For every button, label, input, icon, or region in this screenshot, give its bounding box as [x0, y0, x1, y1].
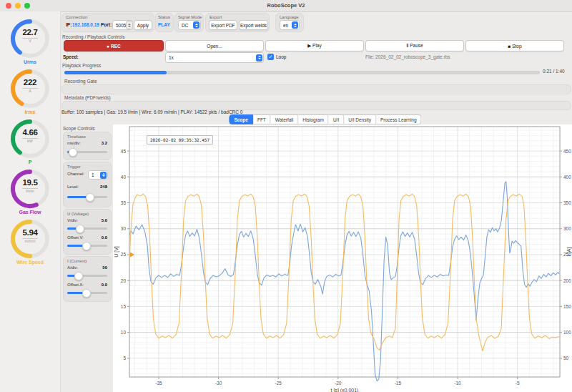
language-group: Language en [275, 13, 304, 32]
gauge-irms-value: 222 [10, 79, 50, 87]
svg-text:100: 100 [563, 330, 571, 335]
svg-text:-15: -15 [395, 381, 402, 386]
language-select[interactable]: en [280, 20, 300, 30]
timebase-slider-thumb[interactable] [69, 148, 77, 157]
speed-value: 1x [166, 55, 256, 60]
tab-histogram[interactable]: Histogram [298, 114, 329, 124]
playback-time: 0:21 / 1:40 [543, 69, 565, 74]
view-tabs: Scope FFT Waterfall Histogram U/I U/I De… [229, 114, 421, 124]
svg-text:-5: -5 [516, 381, 520, 386]
tab-ui[interactable]: U/I [329, 114, 344, 124]
offset-v-slider[interactable] [67, 242, 107, 249]
timestamp-annotation: 2026-02-02 09:35:32.457 [147, 135, 213, 144]
tab-waterfall[interactable]: Waterfall [271, 114, 298, 124]
gauge-wire-speed-value: 5.94 [10, 229, 50, 237]
current-label: I (Current) [67, 259, 87, 263]
metadata-label: Metadata (PDF/welds) [64, 95, 111, 100]
language-value: en [280, 23, 292, 28]
timebase-group: Timebase ms/div:3.2 [63, 132, 112, 160]
gauge-urms-unit: V [10, 39, 50, 44]
recording-section-label: Recording / Playback Controls [62, 34, 124, 39]
rec-button[interactable]: ● REC [64, 40, 164, 52]
svg-text:450: 450 [563, 149, 571, 154]
a-div-label: A/div: [67, 265, 78, 270]
tab-ui-density[interactable]: U/I Density [344, 114, 376, 124]
tab-fft[interactable]: FFT [253, 114, 271, 124]
signal-mode-select[interactable]: DC [178, 20, 201, 30]
gauge-gas-flow-unit: l/min [10, 190, 50, 194]
gauge-power-unit: kW [10, 139, 50, 144]
pause-button[interactable]: Ⅱ Pause [365, 40, 464, 52]
stop-button[interactable]: ■ Stop [465, 40, 564, 52]
tab-process-learning[interactable]: Process Learning [376, 114, 422, 124]
playback-progress-bar[interactable] [64, 71, 540, 74]
gauge-power: 4.66kW P [0, 119, 60, 166]
scope-chart-area: -35-30-25-20-15-10-551015202530354045501… [113, 124, 572, 392]
offset-v-slider-thumb[interactable] [82, 242, 91, 250]
title-bar: RoboScope V2 [0, 0, 572, 12]
file-label: File: 2026_02_02_roboscope_3_gate.rbs [365, 54, 450, 59]
svg-text:-30: -30 [215, 381, 222, 386]
signal-mode-group-label: Signal Mode [178, 15, 202, 19]
signal-mode-stepper-icon[interactable] [193, 21, 199, 29]
ms-div-value: 3.2 [102, 141, 107, 145]
channel-stepper-icon[interactable] [100, 172, 107, 179]
svg-text:200: 200 [563, 278, 571, 283]
connection-group-label: Connection [66, 15, 87, 19]
svg-text:400: 400 [563, 175, 571, 180]
gauge-irms-label: Irms [0, 109, 60, 114]
speed-stepper-icon[interactable] [256, 54, 262, 62]
timebase-slider[interactable] [67, 149, 107, 155]
export-welds-button[interactable]: Export welds [239, 20, 268, 30]
connection-group: Connection IP: 192.168.0.19 Port: 5005 A… [61, 13, 154, 32]
a-div-slider-thumb[interactable] [74, 272, 83, 280]
svg-text:U [V]: U [V] [114, 246, 119, 258]
export-pdf-button[interactable]: Export PDF [209, 20, 237, 30]
apply-button[interactable]: Apply [134, 20, 152, 30]
export-group-label: Export [209, 15, 222, 19]
tab-scope[interactable]: Scope [229, 114, 253, 124]
export-group: Export Export PDF Export welds [205, 13, 270, 32]
voltage-group: U (Voltage) V/div:5.0 Offset V:0.0 [63, 209, 112, 255]
svg-text:-10: -10 [454, 381, 461, 386]
recording-gate-panel [61, 84, 571, 94]
status-group-label: Status [158, 15, 170, 19]
port-input[interactable]: 5005 [112, 20, 133, 30]
level-slider[interactable] [67, 194, 107, 200]
offset-a-slider-thumb[interactable] [82, 289, 91, 298]
level-value: 248 [100, 185, 107, 189]
v-div-slider[interactable] [67, 225, 107, 232]
timebase-label: Timebase [67, 134, 86, 139]
loop-checkbox[interactable]: ✓ [267, 54, 274, 60]
svg-text:-35: -35 [155, 381, 162, 386]
playback-progress-label: Playback Progress [62, 63, 101, 68]
language-group-label: Language [280, 15, 299, 19]
port-stepper-icon[interactable] [126, 21, 133, 29]
svg-text:300: 300 [563, 226, 571, 231]
offset-v-label: Offset V: [67, 235, 84, 240]
trigger-label: Trigger [67, 165, 81, 169]
language-stepper-icon[interactable] [292, 21, 298, 29]
voltage-label: U (Voltage) [67, 212, 89, 216]
scope-controls-title: Scope Controls [63, 126, 94, 131]
level-slider-thumb[interactable] [86, 193, 94, 202]
speed-select[interactable]: 1x [165, 52, 264, 63]
gauge-power-value: 4.66 [10, 129, 50, 137]
gauge-gas-flow: 19.5l/min Gas Flow [0, 169, 60, 216]
v-div-slider-thumb[interactable] [76, 225, 84, 233]
channel-label: Channel: [67, 172, 84, 176]
ms-div-label: ms/div: [67, 141, 81, 145]
svg-text:30: 30 [121, 226, 127, 231]
offset-a-slider[interactable] [67, 290, 107, 296]
scope-chart-plot: -35-30-25-20-15-10-551015202530354045501… [113, 124, 572, 392]
svg-text:35: 35 [121, 200, 127, 205]
roboscope-window: { "window": { "title": "RoboScope V2" },… [0, 0, 572, 392]
svg-text:350: 350 [563, 200, 571, 205]
play-button[interactable]: ▶ Play [265, 40, 364, 52]
a-div-slider[interactable] [67, 273, 107, 279]
open-button[interactable]: Open... [165, 40, 264, 52]
current-group: I (Current) A/div:50 Offset A:0.0 [63, 256, 112, 302]
svg-text:20: 20 [121, 278, 127, 283]
channel-select[interactable]: 1 [88, 170, 108, 180]
playback-progress-fill [64, 71, 167, 74]
